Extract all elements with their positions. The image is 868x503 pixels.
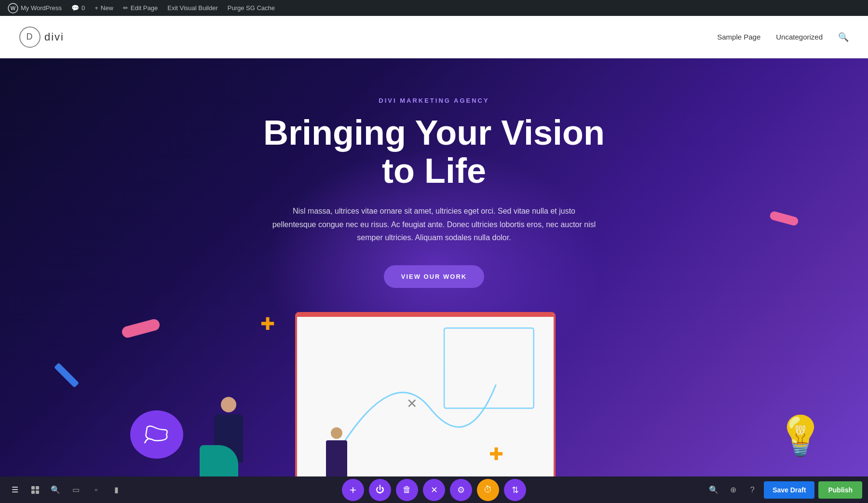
wireframe-button[interactable]: ▫ — [87, 481, 105, 499]
svg-rect-5 — [36, 486, 39, 489]
columns-view-button[interactable]: ▮ — [107, 481, 125, 499]
search-button[interactable]: 🔍 — [46, 481, 65, 499]
add-section-button[interactable]: + — [342, 479, 364, 501]
nav-uncategorized[interactable]: Uncategorized — [776, 33, 823, 41]
hero-title: Bringing Your Vision to Life — [263, 114, 605, 190]
wp-logo-item[interactable]: W My WordPress — [4, 0, 66, 16]
logo-letter: D — [27, 32, 34, 42]
purge-cache-label: Purge SG Cache — [228, 4, 275, 12]
layers-button[interactable]: ⊕ — [725, 482, 741, 498]
edit-page-item[interactable]: ✏ Edit Page — [119, 0, 162, 16]
help-button[interactable]: ? — [745, 482, 760, 498]
new-item[interactable]: + New — [91, 0, 117, 16]
new-label: New — [101, 4, 113, 12]
decor-lightbulb-icon: 💡 — [776, 413, 825, 459]
logo-text: divi — [44, 31, 64, 43]
site-logo[interactable]: D divi — [19, 27, 64, 48]
save-draft-button[interactable]: Save Draft — [764, 481, 814, 499]
svg-text:W: W — [11, 5, 16, 11]
decor-cross-icon: ✚ — [260, 314, 275, 334]
decor-pink-wave-right — [769, 210, 800, 226]
nav-sample-page[interactable]: Sample Page — [717, 33, 760, 41]
svg-rect-4 — [31, 486, 35, 489]
admin-bar: W My WordPress 💬 0 + New ✏ Edit Page Exi… — [0, 0, 868, 16]
hero-title-line2: to Life — [382, 151, 486, 190]
close-button[interactable]: ✕ — [423, 479, 445, 501]
purge-cache-item[interactable]: Purge SG Cache — [224, 0, 279, 16]
exit-builder-item[interactable]: Exit Visual Builder — [163, 0, 222, 16]
divi-toolbar-right: 🔍 ⊕ ? Save Draft Publish — [706, 481, 862, 499]
columns-button[interactable]: ⇅ — [504, 479, 526, 501]
edit-page-label: Edit Page — [131, 4, 158, 12]
decor-speech-bubble — [130, 410, 183, 459]
plus-icon: + — [95, 4, 98, 12]
divi-toolbar-left: ☰ 🔍 ▭ ▫ ▮ — [6, 481, 125, 499]
hero-eyebrow: DIVI MARKETING AGENCY — [379, 97, 489, 104]
delete-button[interactable]: 🗑 — [396, 479, 418, 501]
pencil-icon: ✏ — [123, 4, 128, 12]
hamburger-menu-button[interactable]: ☰ — [6, 481, 24, 499]
comment-icon: 💬 — [71, 4, 79, 12]
monitor-frame: ✕ — [295, 312, 556, 481]
hero-section: ✚ DIVI MARKETING AGENCY Bringing Your Vi… — [0, 58, 868, 503]
hero-description: Nisl massa, ultrices vitae ornare sit am… — [270, 204, 598, 244]
publish-button[interactable]: Publish — [818, 481, 862, 499]
tablet-view-button[interactable]: ▭ — [67, 481, 85, 499]
nav-search-icon[interactable]: 🔍 — [838, 32, 849, 42]
logo-circle: D — [19, 27, 41, 48]
divi-plus-right: ✚ — [489, 444, 503, 464]
hero-title-line1: Bringing Your Vision — [263, 113, 605, 152]
search-right-button[interactable]: 🔍 — [706, 482, 721, 498]
exit-builder-label: Exit Visual Builder — [167, 4, 218, 12]
divi-builder-toolbar: ☰ 🔍 ▭ ▫ ▮ + ⏻ 🗑 ✕ ⚙ ⏱ ⇅ 🔍 ⊕ ? Save Draft… — [0, 476, 868, 503]
svg-rect-7 — [36, 490, 39, 494]
decor-monitor: ✕ — [295, 312, 556, 481]
settings-button[interactable]: ⚙ — [450, 479, 472, 501]
comments-count: 0 — [81, 4, 85, 12]
svg-rect-6 — [31, 490, 35, 494]
wp-site-name: My WordPress — [21, 4, 62, 12]
power-button[interactable]: ⏻ — [369, 479, 391, 501]
comments-item[interactable]: 💬 0 — [68, 0, 89, 16]
main-content: ✚ DIVI MARKETING AGENCY Bringing Your Vi… — [0, 58, 868, 503]
hero-cta-button[interactable]: VIEW OUR WORK — [384, 265, 485, 288]
svg-text:✕: ✕ — [407, 396, 418, 411]
decor-blue-bar — [54, 363, 79, 388]
decor-pink-wave-left — [121, 318, 161, 339]
site-header: D divi Sample Page Uncategorized 🔍 — [0, 16, 868, 58]
layout-button[interactable] — [26, 481, 44, 499]
svg-rect-2 — [444, 328, 534, 408]
divi-toolbar-center: + ⏻ 🗑 ✕ ⚙ ⏱ ⇅ — [342, 479, 526, 501]
history-button[interactable]: ⏱ — [477, 479, 499, 501]
person-marker — [326, 427, 347, 479]
site-navigation: Sample Page Uncategorized 🔍 — [717, 32, 849, 42]
